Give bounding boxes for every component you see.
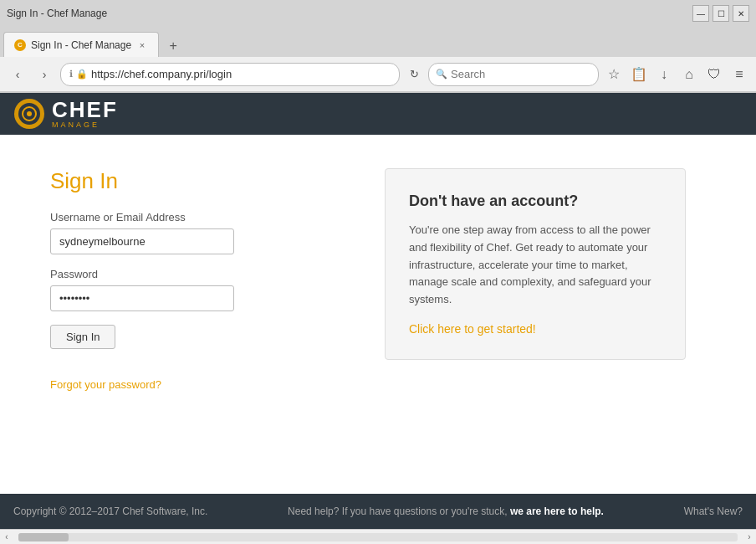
get-started-link[interactable]: Click here to get started! — [409, 322, 536, 336]
bookmark-icon[interactable]: ☆ — [604, 64, 624, 85]
main-content: Sign In Username or Email Address Passwo… — [0, 135, 756, 520]
scrollbar-area: ‹ › — [0, 529, 756, 544]
search-input[interactable] — [451, 68, 591, 80]
address-bar: ℹ 🔒 — [60, 63, 400, 86]
title-bar: Sign In - Chef Manage — ☐ ✕ — [0, 0, 756, 27]
forgot-password-link[interactable]: Forgot your password? — [50, 378, 161, 391]
right-panel: Don't have an account? You're one step a… — [385, 168, 686, 360]
forward-button[interactable]: › — [33, 64, 55, 85]
scrollbar-track — [18, 533, 738, 541]
shield-icon[interactable]: 🛡 — [704, 64, 724, 85]
tab-close-button[interactable]: × — [136, 39, 148, 51]
scroll-right-button[interactable]: › — [743, 532, 756, 541]
nav-icons: ☆ 📋 ↓ ⌂ 🛡 ≡ — [604, 64, 749, 85]
back-button[interactable]: ‹ — [7, 64, 28, 85]
sign-in-button[interactable]: Sign In — [50, 325, 115, 349]
window-title: Sign In - Chef Manage — [7, 8, 107, 19]
panel-title: Don't have an account? — [409, 192, 662, 210]
chef-brand-text: CHEF — [52, 99, 118, 121]
title-bar-left: Sign In - Chef Manage — [7, 8, 107, 19]
app-header: CHEF MANAGE — [0, 93, 756, 135]
refresh-button[interactable]: ↻ — [405, 65, 423, 84]
sign-in-title: Sign In — [50, 168, 335, 194]
new-tab-button[interactable]: + — [162, 35, 184, 57]
minimize-button[interactable]: — — [692, 5, 709, 22]
footer-whats-new[interactable]: What's New? — [684, 506, 743, 517]
chef-logo-text: CHEF MANAGE — [52, 99, 118, 129]
scroll-left-button[interactable]: ‹ — [0, 532, 13, 541]
password-input[interactable] — [50, 285, 234, 311]
nav-bar: ‹ › ℹ 🔒 ↻ 🔍 ☆ 📋 ↓ ⌂ 🛡 ≡ — [0, 57, 756, 92]
menu-icon[interactable]: ≡ — [729, 64, 749, 85]
download-icon[interactable]: ↓ — [654, 64, 674, 85]
scrollbar-thumb[interactable] — [18, 533, 69, 541]
footer-copyright: Copyright © 2012–2017 Chef Software, Inc… — [13, 506, 207, 517]
tab-bar: C Sign In - Chef Manage × + — [0, 27, 756, 57]
chef-logo-icon — [13, 98, 45, 130]
tab-label: Sign In - Chef Manage — [31, 39, 131, 51]
footer-help: Need help? If you have questions or you'… — [288, 506, 604, 517]
tab-favicon: C — [14, 39, 26, 51]
info-icon: ℹ — [69, 69, 73, 80]
username-label: Username or Email Address — [50, 211, 335, 223]
username-input[interactable] — [50, 228, 234, 254]
maximize-button[interactable]: ☐ — [713, 5, 729, 22]
password-label: Password — [50, 268, 335, 280]
url-input[interactable] — [91, 68, 391, 80]
window-controls[interactable]: — ☐ ✕ — [692, 5, 749, 22]
close-button[interactable]: ✕ — [733, 5, 749, 22]
panel-body: You're one step away from access to all … — [409, 222, 662, 309]
svg-point-3 — [27, 111, 32, 116]
search-icon: 🔍 — [436, 69, 447, 80]
app-footer: Copyright © 2012–2017 Chef Software, Inc… — [0, 494, 756, 529]
footer-help-link[interactable]: we are here to help. — [510, 506, 604, 517]
footer-help-text: Need help? If you have questions or you'… — [288, 506, 507, 517]
chef-manage-text: MANAGE — [52, 121, 118, 129]
active-tab[interactable]: C Sign In - Chef Manage × — [3, 32, 159, 57]
chef-logo: CHEF MANAGE — [13, 98, 118, 130]
lock-icon: 🔒 — [76, 69, 88, 80]
search-bar: 🔍 — [428, 63, 599, 86]
sign-in-section: Sign In Username or Email Address Passwo… — [50, 168, 335, 486]
window-chrome: Sign In - Chef Manage — ☐ ✕ C Sign In - … — [0, 0, 756, 93]
reader-icon[interactable]: 📋 — [629, 64, 649, 85]
home-icon[interactable]: ⌂ — [679, 64, 699, 85]
